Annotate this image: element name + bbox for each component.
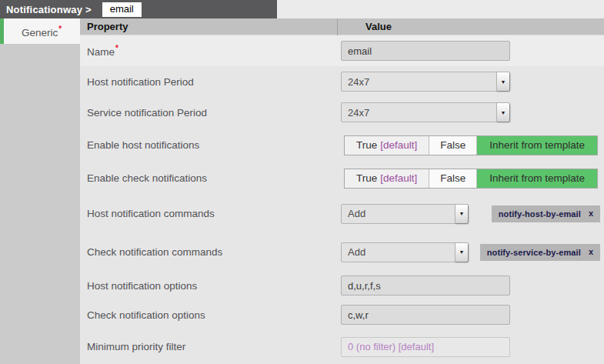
breadcrumb: Notificationway > xyxy=(6,4,92,15)
active-tab-indicator xyxy=(0,18,4,44)
command-tag-notify-service-by-email: notify-service-by-email x xyxy=(480,244,600,261)
true-default-button[interactable]: True[default] xyxy=(345,136,429,155)
true-default-button[interactable]: True[default] xyxy=(345,169,429,188)
selected-value: Add xyxy=(342,243,455,262)
command-tag-label: notify-host-by-email xyxy=(499,209,581,219)
table-row-host-notification-options: Host notification options xyxy=(80,271,604,300)
selected-value: 24x7 xyxy=(342,103,496,122)
service-notification-period-select[interactable]: 24x7 ▼ xyxy=(341,102,510,122)
sidebar: Generic* xyxy=(0,18,80,364)
row-label: Host notification Period xyxy=(80,76,341,88)
false-button[interactable]: False xyxy=(429,136,477,155)
row-label: Host notification options xyxy=(80,280,341,292)
tab-generic[interactable]: Generic* xyxy=(0,18,80,44)
required-asterisk: * xyxy=(58,25,62,33)
check-notification-options-input[interactable] xyxy=(341,305,510,325)
row-label: Host notification commands xyxy=(80,208,341,219)
host-notification-options-input[interactable] xyxy=(341,276,510,296)
row-label: Check notification commands xyxy=(80,246,341,258)
property-table: Property Value Name* Host notification P… xyxy=(80,18,604,364)
remove-tag-button[interactable]: x xyxy=(589,248,593,256)
table-row-enable-check-notifications: Enable check notifications True[default]… xyxy=(80,162,604,194)
topbar-spacer xyxy=(277,0,604,18)
inherit-from-template-button[interactable]: Inherit from template xyxy=(477,136,597,155)
dropdown-arrow-icon[interactable]: ▼ xyxy=(455,243,468,262)
table-row-host-notification-period: Host notification Period 24x7 ▼ xyxy=(80,66,604,97)
table-header: Property Value xyxy=(80,18,604,35)
table-row-check-notification-commands: Check notification commands Add ▼ notify… xyxy=(80,233,604,271)
table-row-minimum-priority-filter: Minimum priority filter xyxy=(80,329,604,364)
enable-host-notifications-toggle: True[default] False Inherit from templat… xyxy=(344,135,598,155)
table-row-name: Name* xyxy=(80,35,604,66)
dropdown-arrow-icon[interactable]: ▼ xyxy=(496,103,509,122)
check-notification-commands-select[interactable]: Add ▼ xyxy=(341,242,469,262)
name-input[interactable] xyxy=(341,41,510,61)
row-label: Enable check notifications xyxy=(80,172,341,184)
host-notification-period-select[interactable]: 24x7 ▼ xyxy=(341,72,510,92)
inherit-from-template-button[interactable]: Inherit from template xyxy=(477,169,597,188)
column-header-property: Property xyxy=(80,21,337,32)
command-tag-label: notify-service-by-email xyxy=(487,248,581,257)
remove-tag-button[interactable]: x xyxy=(589,209,593,218)
row-label: Minimum priority filter xyxy=(80,341,341,352)
required-asterisk: * xyxy=(115,44,118,52)
command-tag-notify-host-by-email: notify-host-by-email x xyxy=(492,205,600,222)
selected-value: 24x7 xyxy=(342,72,496,91)
notificationway-config-screen: Notificationway > email Generic* Propert… xyxy=(0,0,604,364)
row-label: Service notification Period xyxy=(80,107,341,119)
table-row-host-notification-commands: Host notification commands Add ▼ notify-… xyxy=(80,194,604,233)
false-button[interactable]: False xyxy=(429,169,477,188)
selected-value: Add xyxy=(342,205,455,223)
row-label: Enable host notifications xyxy=(80,139,341,151)
column-header-value: Value xyxy=(338,21,392,32)
row-label: Name* xyxy=(80,44,341,58)
minimum-priority-filter-input[interactable] xyxy=(341,337,510,357)
object-name-box[interactable]: email xyxy=(102,2,142,17)
table-row-service-notification-period: Service notification Period 24x7 ▼ xyxy=(80,97,604,128)
enable-check-notifications-toggle: True[default] False Inherit from templat… xyxy=(344,169,598,189)
row-label: Check notification options xyxy=(80,309,341,321)
tab-generic-label: Generic* xyxy=(0,25,80,38)
dropdown-arrow-icon[interactable]: ▼ xyxy=(455,205,468,223)
dropdown-arrow-icon[interactable]: ▼ xyxy=(496,72,509,91)
table-row-enable-host-notifications: Enable host notifications True[default] … xyxy=(80,128,604,162)
host-notification-commands-select[interactable]: Add ▼ xyxy=(341,204,469,224)
breadcrumb-bar: Notificationway > email xyxy=(0,0,277,18)
table-row-check-notification-options: Check notification options xyxy=(80,300,604,329)
